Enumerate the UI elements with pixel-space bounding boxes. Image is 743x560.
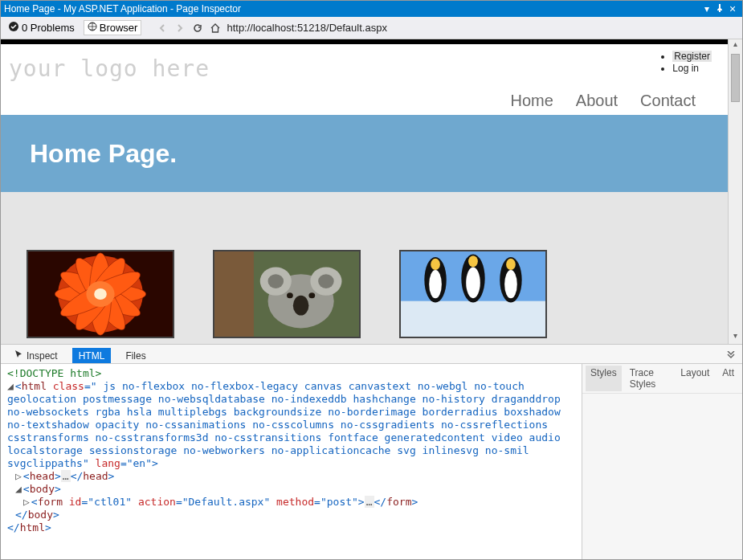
globe-icon bbox=[88, 22, 97, 34]
inspector-side-panel: Styles Trace Styles Layout Att bbox=[582, 364, 742, 559]
window-close-icon[interactable]: × bbox=[726, 2, 739, 15]
pointer-icon bbox=[14, 349, 23, 362]
tab-html[interactable]: HTML bbox=[72, 348, 112, 363]
sidetab-styles[interactable]: Styles bbox=[586, 366, 622, 391]
sample-image-flower bbox=[27, 250, 174, 338]
svg-point-11 bbox=[94, 288, 107, 300]
tab-inspect[interactable]: Inspect bbox=[7, 347, 64, 363]
browser-mode-button[interactable]: Browser bbox=[84, 20, 142, 35]
scroll-down-icon[interactable]: ▾ bbox=[729, 331, 742, 344]
inspector-tabstrip: Inspect HTML Files bbox=[1, 344, 742, 363]
tab-inspect-label: Inspect bbox=[27, 350, 58, 362]
svg-point-31 bbox=[504, 270, 517, 298]
page-inspector-window: Home Page - My ASP.NET Application - Pag… bbox=[0, 0, 743, 560]
login-links: Register Log in bbox=[658, 51, 712, 82]
scroll-up-icon[interactable]: ▴ bbox=[729, 39, 742, 52]
expand-triangle-icon[interactable]: ▷ bbox=[23, 496, 30, 508]
problems-count-label: 0 Problems bbox=[22, 22, 75, 34]
logo-placeholder: your logo here bbox=[9, 55, 210, 82]
login-link[interactable]: Log in bbox=[672, 63, 699, 74]
svg-point-20 bbox=[287, 292, 293, 298]
scroll-thumb[interactable] bbox=[731, 54, 740, 102]
svg-point-25 bbox=[429, 270, 442, 298]
nav-home-icon[interactable] bbox=[209, 22, 222, 35]
viewport-scrollbar[interactable]: ▴ ▾ bbox=[728, 39, 742, 344]
nav-refresh-icon[interactable] bbox=[191, 22, 204, 35]
expand-triangle-icon[interactable]: ◢ bbox=[7, 380, 14, 392]
svg-point-32 bbox=[506, 259, 516, 270]
side-tabs: Styles Trace Styles Layout Att bbox=[582, 364, 742, 394]
nav-home-link[interactable]: Home bbox=[510, 92, 553, 110]
inspector-bottom: <!DOCTYPE html> ◢<html class=" js no-fle… bbox=[1, 363, 742, 559]
expand-triangle-icon[interactable]: ▷ bbox=[15, 470, 22, 482]
sidetab-trace-styles[interactable]: Trace Styles bbox=[625, 366, 673, 391]
svg-point-26 bbox=[431, 259, 440, 270]
svg-point-18 bbox=[318, 274, 334, 288]
html-source-pane[interactable]: <!DOCTYPE html> ◢<html class=" js no-fle… bbox=[1, 364, 582, 559]
window-title: Home Page - My ASP.NET Application - Pag… bbox=[4, 3, 241, 14]
rendered-page: your logo here Register Log in Home Abou… bbox=[1, 39, 728, 344]
svg-point-19 bbox=[293, 296, 309, 316]
browser-viewport: your logo here Register Log in Home Abou… bbox=[1, 39, 742, 344]
nav-contact-link[interactable]: Contact bbox=[640, 92, 696, 110]
nav-forward-icon[interactable] bbox=[174, 22, 186, 35]
svg-rect-23 bbox=[401, 301, 545, 337]
svg-point-28 bbox=[466, 267, 480, 298]
titlebar: Home Page - My ASP.NET Application - Pag… bbox=[1, 1, 742, 17]
collapse-chevron-icon[interactable] bbox=[726, 351, 736, 363]
main-nav: Home About Contact bbox=[9, 82, 712, 115]
window-pin-icon[interactable] bbox=[713, 3, 726, 14]
code-doctype: <!DOCTYPE html> bbox=[7, 367, 101, 379]
window-menu-dropdown-icon[interactable]: ▾ bbox=[700, 3, 713, 14]
nav-about-link[interactable]: About bbox=[576, 92, 618, 110]
page-header: your logo here Register Log in Home Abou… bbox=[1, 44, 728, 115]
sample-image-koala bbox=[213, 250, 361, 338]
register-link[interactable]: Register bbox=[672, 51, 712, 62]
address-bar[interactable]: http://localhost:51218/Default.aspx bbox=[227, 22, 739, 34]
sidetab-attributes[interactable]: Att bbox=[717, 366, 739, 391]
browser-mode-label: Browser bbox=[100, 22, 138, 34]
svg-point-21 bbox=[308, 292, 315, 298]
sample-image-penguins bbox=[399, 250, 547, 338]
svg-rect-13 bbox=[214, 251, 254, 337]
image-row bbox=[1, 192, 728, 338]
expand-triangle-icon[interactable]: ◢ bbox=[15, 483, 22, 495]
toolbar: 0 Problems Browser http://localhost:5121… bbox=[1, 17, 742, 39]
sidetab-layout[interactable]: Layout bbox=[676, 366, 714, 391]
hero-banner: Home Page. bbox=[1, 115, 728, 192]
tab-files[interactable]: Files bbox=[119, 348, 152, 363]
svg-point-29 bbox=[468, 255, 478, 267]
page-title: Home Page. bbox=[30, 139, 177, 169]
problems-chip[interactable]: 0 Problems bbox=[4, 19, 79, 36]
check-icon bbox=[8, 21, 19, 35]
svg-point-17 bbox=[268, 274, 284, 288]
nav-back-icon[interactable] bbox=[156, 22, 169, 35]
